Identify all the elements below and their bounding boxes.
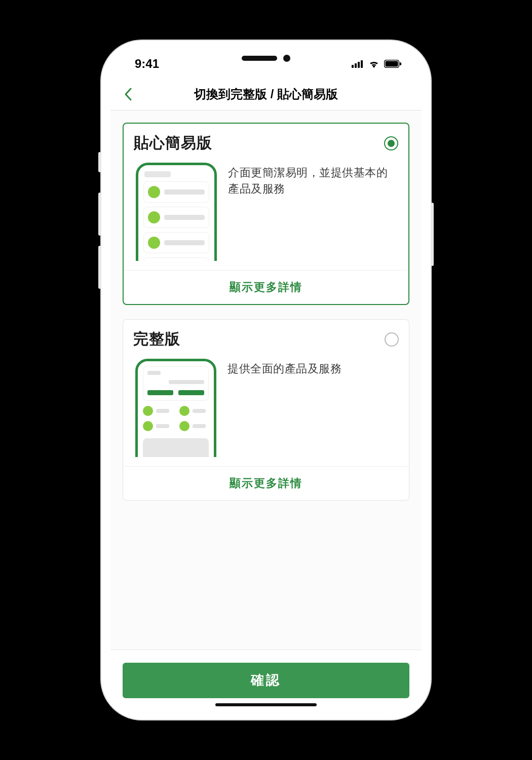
status-icons <box>352 57 401 71</box>
show-more-button[interactable]: 顯示更多詳情 <box>123 466 409 500</box>
side-button-power <box>431 203 434 266</box>
chevron-left-icon <box>124 87 133 101</box>
option-preview-simple <box>134 160 220 261</box>
radio-unselected-icon[interactable] <box>385 332 399 347</box>
card-head: 貼心簡易版 <box>124 124 408 157</box>
card-body: 提供全面的產品及服務 <box>123 353 409 466</box>
confirm-button[interactable]: 確認 <box>123 663 409 698</box>
side-button-volume-up <box>98 193 101 236</box>
side-button-mute <box>98 152 101 172</box>
wifi-icon <box>368 57 380 71</box>
card-body: 介面更簡潔易明，並提供基本的產品及服務 <box>124 157 408 270</box>
radio-selected-icon[interactable] <box>384 136 398 150</box>
page-title: 切換到完整版 / 貼心簡易版 <box>194 86 338 102</box>
status-time: 9:41 <box>135 57 159 71</box>
bottom-bar: 確認 <box>110 650 422 710</box>
option-title: 完整版 <box>133 329 379 350</box>
svg-rect-3 <box>361 60 363 68</box>
front-camera-icon <box>283 55 290 62</box>
device-notch <box>242 55 290 62</box>
home-indicator[interactable] <box>215 703 317 706</box>
svg-rect-1 <box>355 63 357 68</box>
option-title: 貼心簡易版 <box>134 133 379 154</box>
option-description: 提供全面的產品及服務 <box>227 356 399 457</box>
content-area: 貼心簡易版 介面更簡潔易明，並提供基本的產品及服務 <box>110 110 422 650</box>
signal-icon <box>352 57 364 71</box>
option-preview-full <box>133 356 219 457</box>
status-bar: 9:41 <box>110 50 422 78</box>
option-card-simple[interactable]: 貼心簡易版 介面更簡潔易明，並提供基本的產品及服務 <box>123 123 409 305</box>
option-card-full[interactable]: 完整版 <box>123 319 409 501</box>
svg-rect-6 <box>400 62 401 65</box>
screen: 9:41 切換到完整版 / 貼心簡易版 <box>110 50 422 710</box>
card-head: 完整版 <box>123 320 409 353</box>
speaker-slot-icon <box>242 56 277 61</box>
svg-rect-2 <box>358 62 360 68</box>
svg-rect-0 <box>352 65 354 68</box>
back-button[interactable] <box>120 86 137 103</box>
show-more-button[interactable]: 顯示更多詳情 <box>124 270 408 304</box>
device-frame: 9:41 切換到完整版 / 貼心簡易版 <box>101 41 431 719</box>
app-header: 切換到完整版 / 貼心簡易版 <box>110 78 422 110</box>
battery-icon <box>384 57 401 71</box>
svg-rect-5 <box>386 61 398 67</box>
option-description: 介面更簡潔易明，並提供基本的產品及服務 <box>228 160 398 261</box>
side-button-volume-down <box>98 246 101 289</box>
